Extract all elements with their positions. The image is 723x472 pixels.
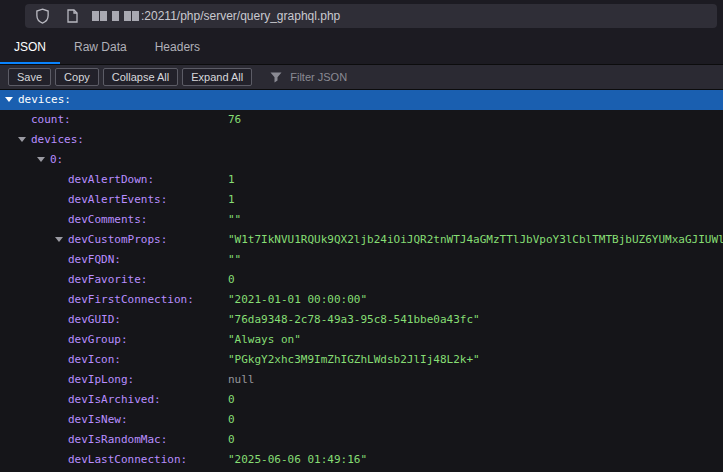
json-key: 0: (50, 153, 63, 166)
json-key: devAlertDown: (68, 173, 154, 186)
json-row[interactable]: devices: (0, 90, 723, 110)
json-row[interactable]: devIpLong:null (0, 370, 723, 390)
json-value: 76 (228, 110, 241, 130)
json-row[interactable]: devFirstConnection:"2021-01-01 00:00:00" (0, 290, 723, 310)
copy-button[interactable]: Copy (55, 68, 99, 86)
json-key: devFQDN: (68, 253, 121, 266)
json-value: 1 (228, 170, 235, 190)
filter-wrap (270, 70, 408, 84)
tab-raw-data[interactable]: Raw Data (60, 31, 141, 64)
twisty-down-icon[interactable] (37, 150, 50, 170)
json-row[interactable]: count:76 (0, 110, 723, 130)
json-row[interactable]: devIsNew:0 (0, 410, 723, 430)
json-value: 0 (228, 270, 235, 290)
json-value: "Always on" (228, 330, 301, 350)
json-row[interactable]: devIsRandomMac:0 (0, 430, 723, 450)
json-key: devices: (31, 133, 84, 146)
expand-all-button[interactable]: Expand All (182, 68, 252, 86)
json-value: "" (228, 210, 241, 230)
twisty-down-icon[interactable] (5, 90, 18, 110)
json-tree: devices:count:76devices:0:devAlertDown:1… (0, 90, 723, 470)
json-key: devFavorite: (68, 273, 147, 286)
tab-json[interactable]: JSON (0, 31, 60, 64)
json-value: "76da9348-2c78-49a3-95c8-541bbe0a43fc" (228, 310, 480, 330)
url-bar[interactable]: :20211/php/server/query_graphql.php (25, 4, 717, 28)
json-key: devIsRandomMac: (68, 433, 167, 446)
json-key: devices: (18, 93, 71, 106)
json-value: 0 (228, 430, 235, 450)
json-row[interactable]: devIsArchived:0 (0, 390, 723, 410)
json-value: null (228, 370, 255, 390)
json-row[interactable]: devComments:"" (0, 210, 723, 230)
filter-json-input[interactable] (288, 70, 408, 84)
json-key: devGUID: (68, 313, 121, 326)
json-row[interactable]: devGroup:"Always on" (0, 330, 723, 350)
page-info-icon[interactable] (66, 9, 79, 23)
json-value: 1 (228, 190, 235, 210)
json-value: "" (228, 250, 241, 270)
json-key: devIsNew: (68, 413, 128, 426)
twisty-down-icon[interactable] (55, 230, 68, 250)
twisty-down-icon[interactable] (18, 130, 31, 150)
json-value: "W1t7IkNVU1RQUk9QX2ljb24iOiJQR2tnWTJ4aGM… (228, 230, 723, 250)
json-key: devComments: (68, 213, 147, 226)
json-row[interactable]: devAlertDown:1 (0, 170, 723, 190)
json-row[interactable]: 0: (0, 150, 723, 170)
json-row[interactable]: devFQDN:"" (0, 250, 723, 270)
json-row[interactable]: devIcon:"PGkgY2xhc3M9ImZhIGZhLWdsb2JlIj4… (0, 350, 723, 370)
json-value: "2021-01-01 00:00:00" (228, 290, 367, 310)
url-redacted-blocks (92, 11, 139, 21)
json-row[interactable]: devCustomProps:"W1t7IkNVU1RQUk9QX2ljb24i… (0, 230, 723, 250)
json-row[interactable]: devLastConnection:"2025-06-06 01:49:16" (0, 450, 723, 470)
json-value: "2025-06-06 01:49:16" (228, 450, 367, 470)
funnel-icon (270, 72, 282, 83)
collapse-all-button[interactable]: Collapse All (103, 68, 178, 86)
json-key: devAlertEvents: (68, 193, 167, 206)
json-row[interactable]: devFavorite:0 (0, 270, 723, 290)
json-row[interactable]: devices: (0, 130, 723, 150)
json-value: "PGkgY2xhc3M9ImZhIGZhLWdsb2JlIj48L2k+" (228, 350, 480, 370)
json-toolbar: SaveCopyCollapse AllExpand All (0, 64, 723, 90)
json-key: count: (31, 113, 71, 126)
save-button[interactable]: Save (8, 68, 51, 86)
json-key: devGroup: (68, 333, 128, 346)
json-key: devFirstConnection: (68, 293, 194, 306)
json-key: devCustomProps: (68, 233, 167, 246)
url-text: :20211/php/server/query_graphql.php (141, 9, 340, 23)
json-row[interactable]: devAlertEvents:1 (0, 190, 723, 210)
json-key: devLastConnection: (68, 453, 187, 466)
browser-chrome: :20211/php/server/query_graphql.php (0, 0, 723, 31)
tab-headers[interactable]: Headers (141, 31, 214, 64)
json-value: 0 (228, 410, 235, 430)
json-row[interactable]: devGUID:"76da9348-2c78-49a3-95c8-541bbe0… (0, 310, 723, 330)
json-key: devIpLong: (68, 373, 134, 386)
toolbar-buttons: SaveCopyCollapse AllExpand All (8, 68, 252, 86)
json-key: devIsArchived: (68, 393, 161, 406)
viewer-tab-bar: JSONRaw DataHeaders (0, 31, 723, 64)
json-value: 0 (228, 390, 235, 410)
tracking-protection-shield-icon[interactable] (35, 8, 50, 24)
json-key: devIcon: (68, 353, 121, 366)
